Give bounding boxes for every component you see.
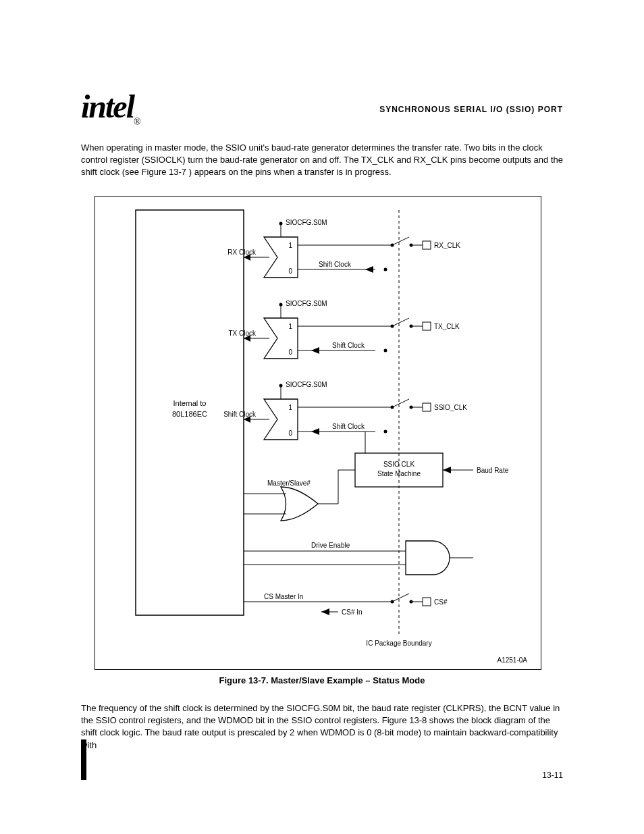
intel-logo: intel® <box>81 88 140 128</box>
svg-marker-30 <box>311 347 319 354</box>
svg-text:1: 1 <box>288 323 292 330</box>
svg-marker-52 <box>443 467 451 473</box>
tx-clk-pin-label: TX_CLK <box>434 323 460 330</box>
change-bar <box>81 739 86 780</box>
cs-master-label: CS Master In <box>264 593 303 600</box>
cs-pin-label: CS# <box>434 598 448 606</box>
rx-clk-pin-label: RX_CLK <box>434 242 460 249</box>
rx-clk-pad <box>423 241 431 249</box>
para-2: The frequency of the shift clock is dete… <box>81 702 563 752</box>
svg-line-64 <box>392 594 409 602</box>
svg-text:1: 1 <box>288 242 292 249</box>
svg-point-20 <box>279 303 283 307</box>
svg-line-10 <box>392 237 409 245</box>
ssio-clk-pad <box>423 403 431 411</box>
page-number: 13-11 <box>542 771 563 780</box>
svg-text:Shift Clock: Shift Clock <box>223 411 257 418</box>
svg-text:Shift Clock: Shift Clock <box>332 423 365 430</box>
svg-line-44 <box>392 399 409 407</box>
svg-text:SIOCFG.S0M: SIOCFG.S0M <box>286 300 327 307</box>
cs-pad <box>423 598 431 606</box>
svg-line-26 <box>392 318 409 326</box>
svg-point-37 <box>279 384 283 388</box>
svg-text:0: 0 <box>288 267 292 275</box>
shift-clock-label-1: Shift Clock <box>319 261 352 268</box>
para-1: When operating in master mode, the SSIO … <box>81 142 563 179</box>
para-1-link: Figure 13-7 <box>142 167 186 177</box>
baud-rate-label: Baud Rate <box>477 467 509 474</box>
diagram-svg: Internal to 80L186EC IC Package Boundary… <box>95 197 541 669</box>
svg-text:0: 0 <box>288 348 292 356</box>
svg-text:0: 0 <box>288 429 292 437</box>
and-gate <box>406 541 450 575</box>
state-machine-label-1: SSIO CLK <box>383 461 414 468</box>
master-slave-label: Master/Slave# <box>267 479 311 487</box>
block-label-line2: 80L186EC <box>172 410 207 418</box>
tx-clock-label: TX Clock <box>228 330 257 337</box>
rx-clock-label: RX Clock <box>227 249 257 256</box>
ssio-clk-pin-label: SSIO_CLK <box>434 404 467 411</box>
figure-caption: Figure 13-7. Master/Slave Example – Stat… <box>0 675 644 685</box>
svg-point-49 <box>384 430 387 434</box>
intel-logo-text: intel <box>81 88 134 124</box>
svg-text:1: 1 <box>288 404 292 411</box>
block-label-line1: Internal to <box>173 399 207 407</box>
diagram-code: A1251-0A <box>498 656 528 664</box>
doc-title: SYNCHRONOUS SERIAL I/O (SSIO) PORT <box>379 105 563 114</box>
diagram-frame: Internal to 80L186EC IC Package Boundary… <box>95 196 541 670</box>
state-machine-label-2: State Machine <box>377 470 421 477</box>
svg-text:Shift Clock: Shift Clock <box>332 342 365 349</box>
drive-enable-label: Drive Enable <box>311 542 350 549</box>
para-1b: ) appears on the pins when a transfer is… <box>189 167 392 177</box>
intel-logo-sub: ® <box>134 117 140 127</box>
cs-in-label: CS# In <box>342 608 363 616</box>
mux-rx: 1 0 SIOCFG.S0M <box>264 219 327 278</box>
svg-marker-68 <box>321 608 329 615</box>
or-gate <box>281 487 318 521</box>
svg-marker-48 <box>311 428 319 435</box>
svg-point-15 <box>384 268 387 271</box>
svg-point-31 <box>384 349 387 353</box>
ic-boundary-label: IC Package Boundary <box>366 640 431 647</box>
svg-text:SIOCFG.S0M: SIOCFG.S0M <box>286 381 327 388</box>
svg-text:SIOCFG.S0M: SIOCFG.S0M <box>286 219 327 226</box>
tx-clk-pad <box>423 322 431 330</box>
svg-point-4 <box>279 222 283 226</box>
arrow-icon <box>365 266 373 273</box>
